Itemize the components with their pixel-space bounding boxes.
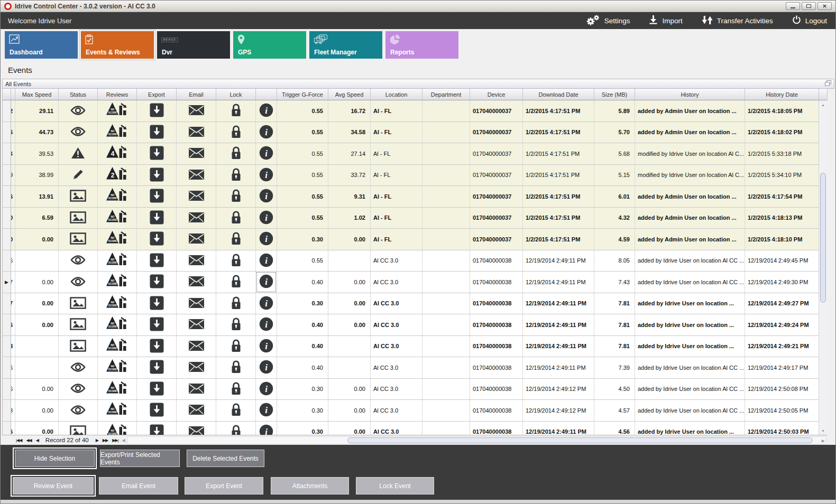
review-score[interactable]: NO SCORE	[98, 250, 137, 272]
tab-fleet-manager[interactable]: Fleet Manager	[309, 31, 382, 59]
email-action[interactable]	[177, 422, 216, 435]
export-action[interactable]	[137, 100, 177, 122]
column-header-size-mb-[interactable]: Size (MB)	[594, 89, 635, 100]
image-status[interactable]	[59, 208, 98, 229]
review-score[interactable]: NO SCORE	[98, 229, 137, 250]
info-action[interactable]: i	[256, 250, 277, 272]
prev-page-button[interactable]: ◀◀	[26, 438, 31, 443]
lock-action[interactable]	[216, 422, 256, 435]
column-header-max-speed[interactable]: Max Speed	[15, 89, 59, 100]
vertical-scrollbar-thumb[interactable]	[820, 173, 826, 303]
column-header-status[interactable]: Status	[59, 89, 98, 100]
table-row[interactable]: 6 NO SCOREi0.40Al CC 3.001704000003812/1…	[3, 357, 827, 379]
lock-action[interactable]	[216, 208, 256, 229]
column-header-device[interactable]: Device	[470, 89, 523, 100]
column-header-blank[interactable]	[11, 89, 15, 100]
column-header-history[interactable]: History	[635, 89, 745, 100]
tab-dashboard[interactable]: Dashboard	[5, 31, 78, 59]
table-row[interactable]: 229.11 NO SCOREi0.5516.72Al - FL01704000…	[3, 100, 827, 122]
export-action[interactable]	[137, 229, 177, 250]
email-action[interactable]	[177, 293, 216, 314]
email-action[interactable]	[177, 100, 216, 122]
info-action[interactable]: i	[256, 314, 277, 335]
column-header-blank[interactable]	[3, 89, 11, 100]
review-score[interactable]: NO SCORE	[98, 400, 137, 421]
email-action[interactable]	[177, 357, 216, 378]
image-status[interactable]	[59, 293, 98, 314]
export-print-selected-events-button[interactable]: Export/Print Selected Events	[100, 450, 180, 467]
export-action[interactable]	[137, 272, 177, 293]
email-action[interactable]	[177, 379, 216, 400]
info-action[interactable]: i	[256, 100, 277, 122]
eye-status[interactable]	[59, 357, 98, 378]
maximize-button[interactable]	[802, 2, 816, 10]
info-action[interactable]: i	[256, 293, 277, 314]
email-action[interactable]	[177, 186, 216, 207]
info-action[interactable]: i	[256, 143, 277, 164]
lock-action[interactable]	[216, 336, 256, 357]
lock-action[interactable]	[216, 272, 256, 293]
image-status[interactable]	[59, 229, 98, 250]
tab-dvr[interactable]: MERGEDvr	[157, 31, 230, 59]
email-action[interactable]	[177, 272, 216, 293]
lock-action[interactable]	[216, 100, 256, 122]
delete-selected-events-button[interactable]: Delete Selected Events	[187, 450, 264, 467]
export-action[interactable]	[137, 208, 177, 229]
table-row[interactable]: 6 NO SCOREi0.55Al CC 3.001704000003812/1…	[3, 250, 827, 272]
transfer-activities-action[interactable]: Transfer Activities	[702, 15, 773, 26]
close-button[interactable]: ✕	[817, 2, 832, 10]
info-action[interactable]: i	[256, 357, 277, 378]
eye-status[interactable]	[59, 100, 98, 122]
table-row[interactable]: 60.00 NO SCOREi0.400.00Al CC 3.001704000…	[3, 314, 827, 336]
minimize-button[interactable]	[786, 2, 800, 10]
lock-action[interactable]	[216, 314, 256, 335]
next-record-button[interactable]: ▶	[96, 438, 98, 443]
table-row[interactable]: 60.00 NO SCOREi0.300.00Al CC 3.001704000…	[3, 379, 827, 400]
email-action[interactable]	[177, 165, 216, 186]
column-header-export[interactable]: Export	[137, 89, 177, 100]
info-action[interactable]: i	[256, 165, 277, 186]
attachments-button[interactable]: Attachments	[271, 477, 349, 494]
column-header-blank[interactable]	[256, 89, 277, 100]
export-action[interactable]	[137, 293, 177, 314]
horizontal-scrollbar-thumb[interactable]	[347, 437, 813, 443]
email-action[interactable]	[177, 314, 216, 335]
export-action[interactable]	[137, 186, 177, 207]
review-score[interactable]: NO SCORE	[98, 272, 137, 293]
hscroll-left-icon[interactable]: ◀	[122, 438, 125, 443]
lock-event-button[interactable]: Lock Event	[356, 477, 434, 494]
info-action[interactable]: i	[256, 229, 277, 250]
last-record-button[interactable]: ▶▶|	[112, 438, 118, 443]
review-score[interactable]: NO SCORE	[98, 357, 137, 378]
export-action[interactable]	[137, 250, 177, 272]
export-action[interactable]	[137, 165, 177, 186]
tab-gps[interactable]: GPS	[233, 31, 306, 59]
table-row[interactable]: 439.53 4i0.5527.14Al - FL0170400000371/2…	[3, 143, 827, 165]
lock-action[interactable]	[216, 293, 256, 314]
lock-action[interactable]	[216, 400, 256, 421]
email-action[interactable]	[177, 336, 216, 357]
export-action[interactable]	[137, 422, 177, 435]
column-header-lock[interactable]: Lock	[216, 89, 256, 100]
warning-status[interactable]	[59, 143, 98, 164]
review-score[interactable]: NO SCORE	[98, 336, 137, 357]
export-event-button[interactable]: Export Event	[185, 477, 263, 494]
lock-action[interactable]	[216, 186, 256, 207]
export-action[interactable]	[137, 336, 177, 357]
review-score[interactable]: NO SCORE	[98, 314, 137, 335]
next-page-button[interactable]: ▶▶	[103, 438, 108, 443]
export-action[interactable]	[137, 143, 177, 164]
lock-action[interactable]	[216, 165, 256, 186]
image-status[interactable]	[59, 314, 98, 335]
review-score[interactable]: 2	[98, 165, 137, 186]
table-row[interactable]: 70.00 NO SCOREi0.300.00Al CC 3.001704000…	[3, 293, 827, 315]
info-action[interactable]: i	[256, 400, 277, 421]
info-action[interactable]: i	[256, 422, 277, 435]
review-score[interactable]: NO SCORE	[98, 422, 137, 435]
email-action[interactable]	[177, 229, 216, 250]
email-action[interactable]	[177, 400, 216, 421]
horizontal-scrollbar[interactable]: ▶	[127, 436, 826, 444]
table-row[interactable]: 644.73 NO SCOREi0.5534.58Al - FL01704000…	[3, 122, 827, 144]
scroll-down-icon[interactable]: ▼	[819, 426, 827, 435]
lock-action[interactable]	[216, 357, 256, 378]
